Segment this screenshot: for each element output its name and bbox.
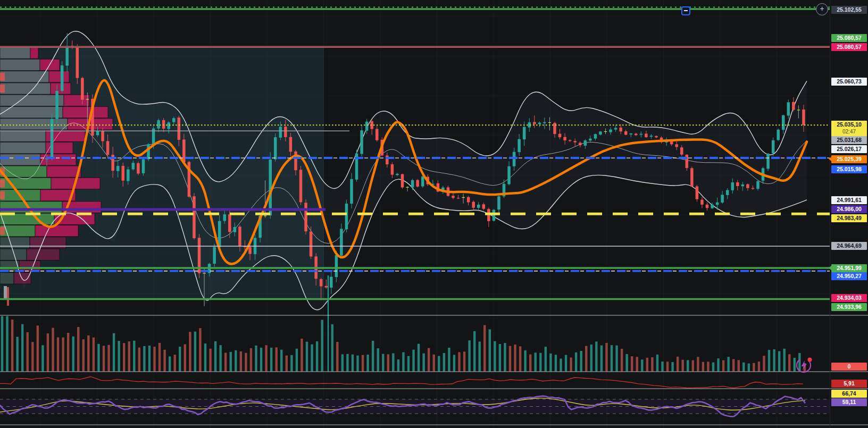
candle: [584, 140, 587, 146]
candle: [787, 102, 790, 115]
candle: [752, 188, 755, 189]
candle: [279, 127, 282, 137]
candle: [630, 133, 633, 135]
price-axis-label: 25.080,57: [831, 43, 867, 51]
profile-row: [0, 95, 64, 106]
candle: [294, 152, 297, 170]
candle: [401, 174, 404, 188]
candle: [86, 99, 89, 99]
candle: [635, 133, 638, 135]
candle: [736, 182, 739, 186]
profile-row: [0, 142, 46, 153]
candle: [310, 231, 313, 256]
candle: [797, 110, 800, 110]
candle: [513, 152, 516, 166]
candle: [716, 203, 719, 205]
candle: [65, 46, 69, 66]
add-alert-plus-button[interactable]: +: [816, 3, 828, 15]
candle: [792, 102, 795, 110]
candle: [365, 122, 369, 131]
candle: [507, 166, 511, 184]
candle: [396, 174, 399, 175]
candle: [538, 123, 541, 124]
candle: [706, 205, 709, 208]
candle: [452, 196, 455, 198]
candle: [248, 247, 252, 254]
candle: [213, 247, 216, 264]
candle: [772, 140, 775, 154]
candle: [55, 91, 59, 119]
candle: [228, 214, 231, 232]
candle: [101, 131, 104, 141]
candle: [142, 160, 145, 173]
candle: [96, 131, 99, 135]
candle: [731, 182, 735, 190]
profile-row: [0, 119, 68, 130]
candle: [604, 131, 607, 132]
candle: [777, 130, 780, 140]
candle: [182, 139, 186, 162]
candle: [553, 123, 556, 134]
candle: [335, 255, 338, 277]
candle: [350, 179, 353, 204]
candle: [411, 180, 414, 188]
candle: [721, 195, 724, 203]
price-axis-label: 5,91: [831, 380, 867, 388]
candle: [690, 168, 694, 187]
price-axis-label: 25.060,73: [831, 78, 867, 86]
lightning-icon: [795, 355, 814, 374]
candle: [299, 170, 303, 202]
chart-canvas[interactable]: [0, 0, 868, 428]
price-axis-label: 25.102,55: [831, 6, 867, 14]
drawing-line-handle[interactable]: [681, 6, 690, 15]
candle: [569, 140, 572, 141]
label-arrow-icon: [829, 157, 831, 161]
profile-row: [0, 166, 47, 177]
candle: [696, 186, 699, 199]
candle: [223, 214, 227, 221]
candle: [416, 180, 419, 187]
candle: [594, 134, 597, 138]
candle: [741, 184, 745, 187]
candle: [462, 197, 465, 198]
candle: [548, 122, 552, 123]
price-axis-label: 25.026,17: [831, 145, 867, 153]
candle: [579, 142, 582, 145]
price-axis-label: 24.991,61: [831, 196, 867, 204]
price-axis-label: 25.080,57: [831, 34, 867, 42]
candle: [518, 139, 521, 152]
label-arrow-icon: [829, 266, 831, 270]
candle: [686, 155, 689, 168]
candle: [106, 141, 110, 155]
candle: [132, 163, 135, 169]
candle: [386, 155, 389, 164]
candle: [457, 198, 460, 198]
candle: [609, 130, 612, 132]
candle: [543, 122, 546, 123]
candle: [497, 196, 500, 209]
candle: [178, 118, 181, 140]
candle: [304, 203, 307, 231]
candle: [76, 47, 79, 78]
candle: [624, 131, 628, 135]
candle: [680, 147, 683, 155]
candle: [756, 181, 760, 189]
candle: [467, 197, 470, 203]
candle: [284, 127, 287, 137]
candle: [127, 170, 130, 181]
candle: [147, 144, 150, 159]
candle: [203, 273, 206, 273]
candle: [61, 65, 64, 91]
price-axis-label: 24.964,69: [831, 242, 867, 250]
candle: [533, 122, 536, 124]
candle: [726, 190, 729, 195]
price-axis[interactable]: 25.102,5525.080,5725.080,5725.060,7325.0…: [830, 0, 868, 428]
profile-row: [0, 71, 49, 82]
candle: [391, 164, 394, 175]
candle: [116, 166, 120, 171]
profile-row: [0, 154, 40, 165]
candle: [289, 137, 293, 152]
quick-trade-lightning-button[interactable]: [795, 355, 814, 374]
candle: [599, 131, 602, 135]
price-axis-label: 25.015,98: [831, 165, 867, 173]
